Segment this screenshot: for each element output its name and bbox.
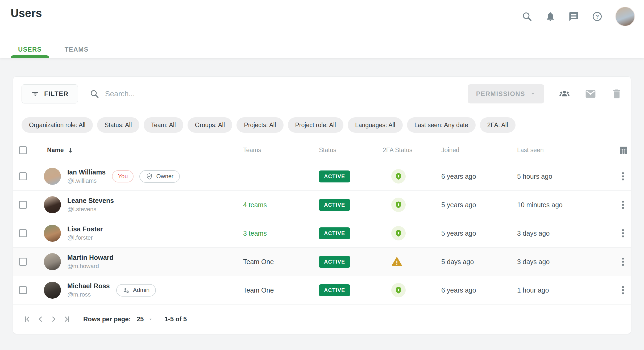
filter-chip[interactable]: Groups: All [188, 117, 232, 133]
messages-icon[interactable] [568, 11, 579, 22]
filter-chip[interactable]: Status: All [97, 117, 139, 133]
pagination: Rows per page: 25 1-5 of 5 [13, 305, 631, 334]
page-last-button[interactable] [60, 312, 74, 327]
user-handle: @m.ross [67, 291, 110, 298]
teams-label: Team One [243, 286, 274, 294]
filter-chip[interactable]: Languages: All [348, 117, 403, 133]
permissions-button[interactable]: PERMISSIONS [468, 84, 544, 103]
column-settings-button[interactable] [613, 145, 631, 156]
teams-label: Team One [243, 258, 274, 265]
joined-cell: 5 years ago [436, 201, 512, 209]
app-header: Users ? USERS TEAMS [0, 0, 644, 58]
chevron-down-icon [148, 316, 153, 322]
filter-chips: Organization role: AllStatus: AllTeam: A… [13, 111, 631, 138]
column-header-last-seen: Last seen [512, 147, 596, 154]
teams-link[interactable]: 4 teams [243, 201, 267, 209]
toolbar-actions: PERMISSIONS [468, 84, 622, 103]
last-seen-cell: 3 days ago [512, 258, 596, 266]
last-seen-cell: 10 minutes ago [512, 201, 596, 209]
rows-per-page-select[interactable]: 25 [137, 315, 153, 323]
avatar [44, 253, 61, 270]
page-first-button[interactable] [20, 312, 34, 327]
tab-users[interactable]: USERS [11, 46, 49, 58]
twofa-enabled-shield-icon [391, 169, 406, 184]
row-menu-button[interactable] [618, 228, 631, 239]
delete-button[interactable] [611, 88, 622, 100]
email-icon [585, 88, 596, 100]
filter-chip[interactable]: Projects: All [236, 117, 283, 133]
twofa-warning-icon [391, 256, 436, 267]
table-header: Name Teams Status 2FA Status Joined Last… [13, 138, 631, 162]
joined-cell: 6 years ago [436, 173, 512, 180]
group-add-icon [559, 88, 570, 100]
user-name[interactable]: Michael Ross [67, 282, 110, 290]
twofa-cell [377, 169, 436, 184]
filter-chip[interactable]: 2FA: All [480, 117, 516, 133]
page-prev-button[interactable] [34, 312, 47, 327]
status-badge: ACTIVE [319, 170, 350, 182]
filter-button-label: FILTER [44, 90, 69, 98]
row-checkbox[interactable] [19, 258, 27, 266]
page-next-button[interactable] [47, 312, 60, 327]
search-icon[interactable] [522, 11, 532, 22]
twofa-cell [377, 256, 436, 267]
header-actions: ? [522, 6, 635, 27]
admin-badge: Admin [116, 284, 156, 297]
tab-teams[interactable]: TEAMS [57, 46, 96, 58]
filter-chip[interactable]: Project role: All [288, 117, 343, 133]
user-name[interactable]: Leane Stevens [67, 197, 114, 205]
owner-badge: Owner [139, 170, 180, 183]
add-to-team-button[interactable] [559, 88, 570, 100]
teams-cell: 3 teams [238, 230, 314, 237]
rows-per-page-value: 25 [137, 315, 144, 323]
search-input[interactable] [105, 90, 291, 98]
twofa-enabled-shield-icon [391, 198, 406, 212]
row-checkbox[interactable] [19, 201, 27, 209]
row-checkbox[interactable] [19, 172, 27, 180]
status-badge: ACTIVE [319, 256, 350, 268]
badges: Admin [116, 284, 156, 297]
joined-cell: 5 days ago [436, 258, 512, 266]
last-seen-cell: 3 days ago [512, 230, 596, 237]
row-menu-button[interactable] [618, 285, 631, 295]
teams-cell: Team One [238, 258, 314, 266]
user-name[interactable]: Ian Williams [67, 168, 106, 176]
filter-chip[interactable]: Last seen: Any date [407, 117, 476, 133]
notifications-bell-icon[interactable] [545, 11, 556, 22]
status-badge: ACTIVE [319, 284, 350, 296]
toolbar: FILTER PERMISSIONS [13, 77, 631, 111]
email-button[interactable] [585, 88, 596, 100]
select-all-checkbox[interactable] [19, 146, 27, 154]
row-menu-button[interactable] [618, 171, 631, 182]
user-name[interactable]: Martin Howard [67, 254, 114, 261]
teams-link[interactable]: 3 teams [243, 230, 267, 237]
column-header-2fa: 2FA Status [377, 147, 436, 154]
user-handle: @i.williams [67, 177, 106, 184]
user-name[interactable]: Lisa Foster [67, 225, 103, 233]
row-checkbox[interactable] [19, 229, 27, 237]
filter-button[interactable]: FILTER [22, 84, 78, 103]
row-menu-button[interactable] [618, 256, 631, 267]
user-avatar[interactable] [615, 7, 635, 26]
page-title: Users [11, 7, 42, 20]
search-box [90, 89, 468, 99]
row-checkbox[interactable] [19, 286, 27, 294]
filter-chip[interactable]: Organization role: All [22, 117, 93, 133]
trash-icon [611, 88, 622, 100]
permissions-button-label: PERMISSIONS [476, 90, 525, 98]
filter-chip[interactable]: Team: All [144, 117, 183, 133]
svg-text:?: ? [595, 13, 599, 20]
status-badge: ACTIVE [319, 227, 350, 239]
twofa-cell [377, 198, 436, 212]
twofa-cell [377, 226, 436, 240]
joined-cell: 5 years ago [436, 230, 512, 237]
column-header-status: Status [314, 147, 377, 154]
joined-cell: 6 years ago [436, 286, 512, 294]
user-handle: @m.howard [67, 263, 114, 270]
filter-icon [31, 90, 39, 98]
row-menu-button[interactable] [618, 199, 631, 210]
column-header-name[interactable]: Name [37, 147, 238, 154]
user-handle: @l.stevens [67, 206, 114, 213]
help-icon[interactable]: ? [592, 11, 603, 22]
badges: YouOwner [112, 170, 180, 183]
